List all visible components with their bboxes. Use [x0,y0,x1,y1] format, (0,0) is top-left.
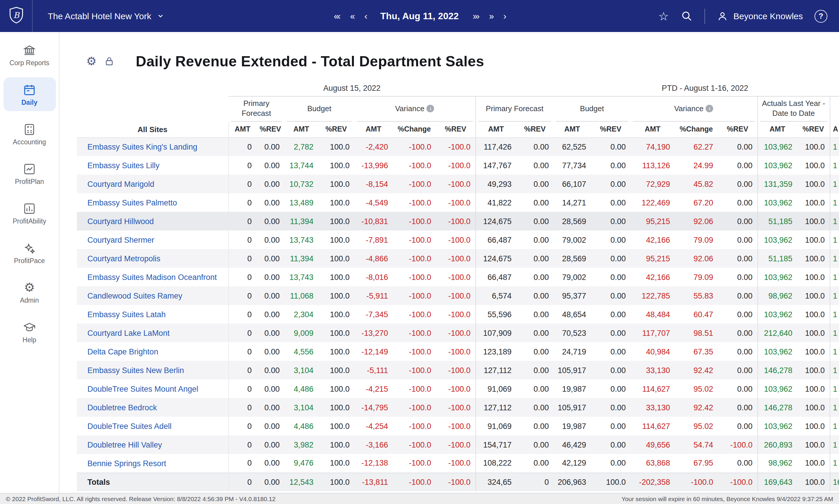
value-cell: 0.00 [718,361,757,379]
topbar-divider [704,8,705,23]
value-cell: 0.00 [718,231,757,249]
date-forward-1-button[interactable]: › [502,10,507,22]
value-cell: -13,811 [354,472,393,491]
sidebar-item-corp-reports[interactable]: Corp Reports [3,38,56,72]
site-link[interactable]: Embassy Suites New Berlin [87,366,184,375]
site-link[interactable]: Embassy Suites King's Landing [87,143,197,151]
value-cell: 2,304 [284,305,318,324]
site-link[interactable]: DoubleTree Suites Adell [87,422,172,431]
value-cell: 55.83 [675,286,718,305]
value-cell: 72,929 [630,175,675,193]
value-cell: -202,358 [630,472,675,491]
value-cell: 12,543 [284,472,318,491]
value-cell: -4,866 [354,249,393,268]
site-link[interactable]: Courtyard Shermer [87,236,154,245]
value-cell: 100.0 [318,398,354,417]
current-date[interactable]: Thu, Aug 11, 2022 [380,11,459,21]
date-back-1-button[interactable]: ‹ [363,10,367,22]
column-header: %REV [436,122,476,137]
date-navigation: ‹‹‹ ‹‹ ‹ Thu, Aug 11, 2022 ››› ›› › [333,10,507,22]
value-cell: 0.00 [256,231,284,249]
value-cell: 124,675 [476,212,516,231]
date-back-2-button[interactable]: ‹‹ [349,10,355,22]
site-cell: Embassy Suites Madison Oceanfront [77,268,228,286]
status-bar: © 2022 ProfitSword, LLC. All rights rese… [0,493,839,504]
value-cell: 0.00 [516,398,553,417]
value-cell: 147,767 [476,156,516,175]
sidebar-item-label: ProfitPace [14,257,45,264]
info-icon[interactable]: i [706,105,714,113]
value-cell: 4,486 [284,417,318,435]
sidebar-item-help[interactable]: Help [3,315,56,348]
lock-icon[interactable] [104,56,115,67]
site-cell: Courtyard Hillwood [77,212,228,231]
site-link[interactable]: Embassy Suites Madison Oceanfront [87,273,217,282]
site-link[interactable]: Courtyard Marigold [87,180,154,188]
value-cell: 100.0 [318,286,354,305]
value-cell: 0 [228,175,256,193]
sidebar-item-daily[interactable]: Daily [3,77,56,111]
site-link[interactable]: Doubletree Bedrock [87,403,157,412]
site-link[interactable]: Candlewood Suites Ramey [87,292,182,300]
site-link[interactable]: Courtyard Hillwood [87,217,154,226]
value-cell: -100.0 [436,286,476,305]
app-window: B The Actabl Hotel New York ‹‹‹ ‹‹ ‹ Thu… [0,0,839,504]
site-link[interactable]: Delta Cape Brighton [87,347,158,356]
value-cell: -100.0 [675,472,718,491]
value-cell: 0 [228,193,256,212]
site-link[interactable]: Embassy Suites Palmetto [87,198,177,207]
value-cell: -100.0 [393,193,436,212]
favorite-star-icon[interactable]: ☆ [658,10,669,22]
site-link[interactable]: Doubletree Hill Valley [87,440,162,449]
sidebar-item-profitplan[interactable]: ProfitPlan [3,157,56,190]
value-cell: 131,359 [757,175,797,193]
value-cell: -100.0 [393,249,436,268]
value-cell: 103,962 [757,268,797,286]
site-link[interactable]: DoubleTree Suites Mount Angel [87,385,198,393]
app-logo[interactable]: B [0,0,33,32]
sidebar-item-profitability[interactable]: ProfitAbility [3,196,56,230]
value-cell: 95,215 [630,212,675,231]
totals-label: Totals [77,472,228,491]
site-link[interactable]: Embassy Suites Latah [87,310,166,319]
value-cell: -100.0 [436,361,476,379]
sidebar-item-profitpace[interactable]: ProfitPace [3,236,56,269]
graduation-cap-icon [22,320,36,334]
value-cell: 67.35 [675,342,718,361]
value-cell: 48,484 [630,305,675,324]
value-cell: 0 [228,454,256,472]
value-cell: 0.00 [718,212,757,231]
value-cell: 95,215 [630,249,675,268]
value-cell: 0.00 [516,305,553,324]
value-cell: 0 [228,398,256,417]
hotel-selector[interactable]: The Actabl Hotel New York [48,11,164,21]
value-cell: 79,002 [553,268,591,286]
value-cell: -12,138 [354,454,393,472]
settings-gear-icon[interactable]: ⚙ [86,55,97,67]
site-link[interactable]: Embassy Suites Lilly [87,161,160,170]
value-cell: -100.0 [718,472,757,491]
subgroup-header: Primary Forecast [228,96,284,122]
site-link[interactable]: Bennie Springs Resort [87,459,166,468]
help-question-icon[interactable]: ? [815,10,827,22]
search-icon[interactable] [681,10,693,22]
value-cell: -100.0 [436,156,476,175]
site-link[interactable]: Courtyard Lake LaMont [87,329,170,338]
info-icon[interactable]: i [427,105,434,113]
value-cell: 0.00 [591,212,630,231]
gear-icon: ⚙ [22,281,36,294]
value-cell: 114,627 [630,379,675,398]
sidebar-item-accounting[interactable]: Accounting [3,117,56,151]
site-link[interactable]: Courtyard Metropolis [87,254,160,263]
sidebar-item-admin[interactable]: ⚙Admin [3,275,56,309]
value-cell: 1 [830,249,839,268]
date-forward-3-button[interactable]: ››› [472,10,480,22]
user-menu[interactable]: Beyonce Knowles [717,10,803,22]
value-cell: 0.00 [256,398,284,417]
date-back-3-button[interactable]: ‹‹‹ [333,10,341,22]
value-cell: 66,107 [553,175,591,193]
value-cell: 95,377 [553,286,591,305]
date-forward-2-button[interactable]: ›› [488,10,494,22]
value-cell: -13,996 [354,156,393,175]
value-cell: 100.0 [797,249,830,268]
